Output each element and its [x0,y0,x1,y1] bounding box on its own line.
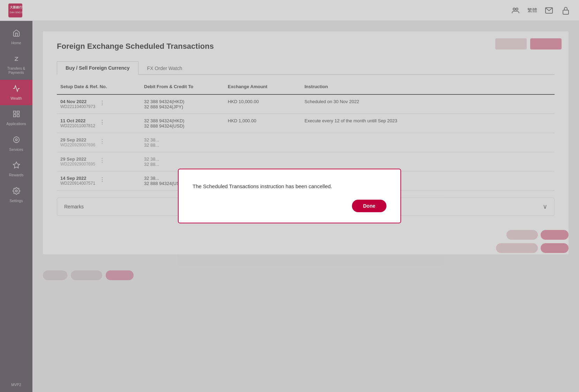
modal-footer: Done [193,200,386,212]
modal-message: The Scheduled Transactions instruction h… [193,183,386,189]
modal-backdrop: The Scheduled Transactions instruction h… [0,0,579,392]
modal-dialog: The Scheduled Transactions instruction h… [178,169,401,223]
done-button[interactable]: Done [352,200,386,212]
